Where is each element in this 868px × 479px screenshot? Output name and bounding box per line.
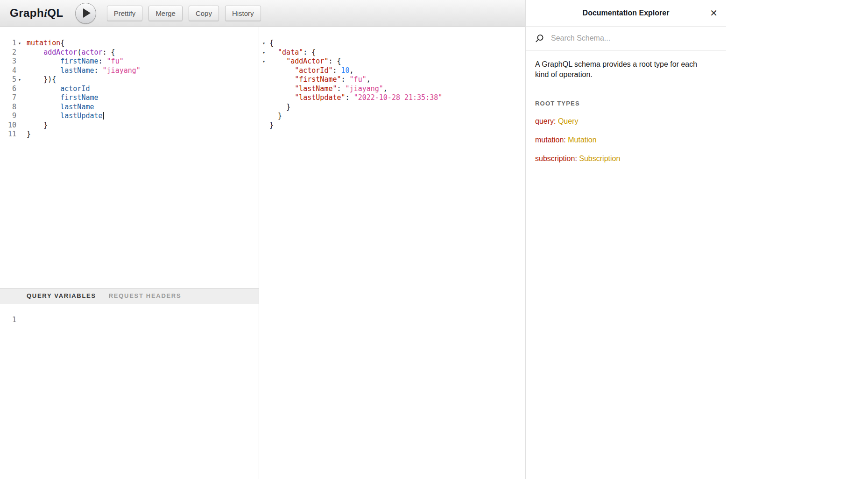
line-number: 1 [0, 316, 16, 325]
root-types-heading: ROOT TYPES [535, 100, 717, 107]
logo-text: Graph [10, 7, 44, 19]
play-icon [83, 8, 91, 18]
code-line: actorId [27, 85, 259, 94]
root-type-link-query[interactable]: Query [558, 117, 579, 125]
line-number: 2 [0, 48, 16, 57]
fold-arrow-icon[interactable]: ▾ [259, 48, 268, 57]
line-number: 7 [0, 93, 16, 103]
line-number: 4 [0, 66, 16, 76]
root-type-row-subscription: subscription: Subscription [535, 154, 717, 163]
code-line: lastUpdate [27, 112, 259, 121]
fold-spacer [16, 85, 23, 94]
fold-spacer [16, 66, 23, 76]
query-editor[interactable]: 1▾2345▾67891011 mutation{ addActor(actor… [0, 27, 259, 288]
fold-spacer [16, 130, 23, 139]
graphiql-logo: GraphiQL [10, 7, 64, 20]
history-button[interactable]: History [225, 6, 261, 21]
line-number: 10 [0, 121, 16, 130]
doc-explorer-title: Documentation Explorer [583, 9, 670, 17]
code-line: "actorId": 10, [269, 66, 525, 76]
editors-area: 1▾2345▾67891011 mutation{ addActor(actor… [0, 27, 525, 479]
doc-explorer-header: Documentation Explorer ✕ [526, 0, 726, 27]
code-line: } [269, 103, 525, 112]
code-line: "addActor": { [269, 57, 525, 66]
variables-editor-gutter: 1 [0, 303, 16, 479]
line-number: 9 [0, 112, 16, 121]
result-viewer-code: { "data": { "addActor": { "actorId": 10,… [268, 27, 525, 479]
doc-intro-text: A GraphQL schema provides a root type fo… [535, 59, 708, 80]
empty-area [726, 0, 868, 479]
doc-close-button[interactable]: ✕ [708, 7, 720, 20]
root-type-link-mutation[interactable]: Mutation [568, 136, 596, 144]
fold-spacer [259, 66, 268, 76]
code-line: firstName [27, 93, 259, 103]
root-type-row-mutation: mutation: Mutation [535, 135, 717, 144]
root-type-link-subscription[interactable]: Subscription [579, 155, 620, 162]
line-number: 8 [0, 103, 16, 112]
result-viewer: ▾▾▾ { "data": { "addActor": { "actorId":… [259, 27, 525, 479]
code-line: { [269, 39, 525, 48]
toolbar: GraphiQL Prettify Merge Copy History [0, 0, 525, 27]
line-number: 3 [0, 57, 16, 66]
fold-arrow-icon[interactable]: ▾ [259, 39, 268, 48]
result-fold-gutter: ▾▾▾ [259, 27, 268, 479]
fold-spacer [259, 121, 268, 130]
tab-query-variables[interactable]: QUERY VARIABLES [27, 292, 96, 299]
fold-spacer [16, 112, 23, 121]
doc-explorer: Documentation Explorer ✕ A GraphQL schem… [525, 0, 726, 479]
line-number: 6 [0, 85, 16, 94]
fold-spacer [16, 93, 23, 103]
fold-spacer [259, 75, 268, 85]
fold-spacer [16, 57, 23, 66]
logo-text-suffix: QL [47, 7, 63, 19]
fold-spacer [259, 93, 268, 103]
code-line: lastName: "jiayang" [27, 66, 259, 76]
doc-search-bar [526, 27, 726, 50]
close-icon: ✕ [710, 7, 718, 19]
line-number: 1 [0, 39, 16, 48]
merge-button[interactable]: Merge [148, 6, 183, 21]
doc-explorer-body: A GraphQL schema provides a root type fo… [526, 50, 726, 172]
query-editor-gutter: 1▾2345▾67891011 [0, 27, 23, 288]
code-line: } [269, 112, 525, 121]
fold-spacer [259, 112, 268, 121]
execute-button[interactable] [75, 3, 96, 24]
fold-spacer [16, 48, 23, 57]
code-line: "data": { [269, 48, 525, 57]
prettify-button[interactable]: Prettify [107, 6, 143, 21]
code-line: "firstName": "fu", [269, 75, 525, 85]
fold-arrow-icon[interactable]: ▾ [259, 57, 268, 66]
tab-request-headers[interactable]: REQUEST HEADERS [109, 292, 182, 299]
variables-editor-code [16, 303, 259, 479]
code-line: } [27, 121, 259, 130]
code-line: firstName: "fu" [27, 57, 259, 66]
code-line: } [269, 121, 525, 130]
line-number: 5 [0, 75, 16, 85]
graphiql-app: GraphiQL Prettify Merge Copy History 1▾2… [0, 0, 525, 479]
variables-bar: QUERY VARIABLES REQUEST HEADERS [0, 288, 259, 303]
code-line: }){ [27, 75, 259, 85]
code-line: "lastUpdate": "2022-10-28 21:35:38" [269, 93, 525, 103]
query-pane: 1▾2345▾67891011 mutation{ addActor(actor… [0, 27, 259, 479]
code-line: addActor(actor: { [27, 48, 259, 57]
root-type-row-query: query: Query [535, 117, 717, 126]
root-type-keyword: mutation: [535, 136, 566, 144]
code-line: mutation{ [27, 39, 259, 48]
line-number: 11 [0, 130, 16, 139]
code-line: lastName [27, 103, 259, 112]
text-cursor [103, 112, 104, 120]
root-type-keyword: query: [535, 117, 556, 125]
search-icon [535, 34, 544, 43]
root-type-keyword: subscription: [535, 155, 577, 162]
fold-arrow-icon[interactable]: ▾ [16, 39, 23, 48]
variables-editor[interactable]: 1 [0, 303, 259, 479]
fold-spacer [16, 103, 23, 112]
query-editor-code: mutation{ addActor(actor: { firstName: "… [23, 27, 259, 288]
search-schema-input[interactable] [551, 34, 717, 42]
code-line: "lastName": "jiayang", [269, 85, 525, 94]
copy-button[interactable]: Copy [189, 6, 219, 21]
fold-spacer [16, 121, 23, 130]
code-line: } [27, 130, 259, 139]
fold-arrow-icon[interactable]: ▾ [16, 75, 23, 85]
fold-spacer [259, 85, 268, 94]
